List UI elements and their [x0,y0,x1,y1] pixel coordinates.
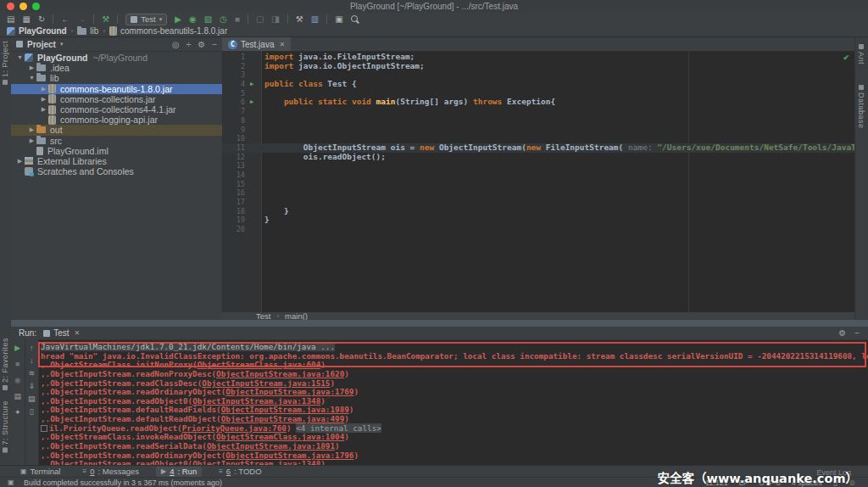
profiler-icon[interactable]: ◷ [220,13,227,25]
stop-process-icon[interactable]: ■ [15,360,19,368]
stack-frame-link[interactable]: ObjectInputStream.java:1796 [225,451,353,460]
soft-wrap-icon[interactable]: ≋ [28,369,35,378]
stack-frame-link[interactable]: ObjectInputStream.java:1348 [192,459,320,465]
tree-item-external-libraries[interactable]: ▶External Libraries [11,156,222,166]
code-line[interactable]: 7 [222,107,854,116]
forward-icon[interactable]: → [77,13,86,25]
print-icon[interactable]: ▤ [28,395,36,403]
run-icon[interactable]: ▶ [175,13,181,25]
stack-frame-link[interactable]: ObjectInputStream.java:1515 [202,378,330,388]
wrench-icon[interactable]: ⚒ [296,13,303,25]
collapse-all-icon[interactable]: ÷ [186,40,192,49]
tree-item--idea[interactable]: ▶.idea [11,63,222,73]
tree-item-commons-logging-api-jar[interactable]: commons-logging-api.jar [11,115,222,125]
code-line[interactable]: 13 [222,161,854,171]
toolwindow-button-database[interactable]: Database [857,85,865,129]
inspections-ok-icon[interactable]: ✔ [843,53,849,62]
tree-item-commons-beanutils-1-8-0-jar[interactable]: ▶commons-beanutils-1.8.0.jar [11,84,222,94]
expand-arrow-icon[interactable]: ▶ [27,125,36,135]
expand-arrow-icon[interactable]: ▶ [15,156,25,166]
code-line[interactable]: 16 [222,188,854,198]
expand-arrow-icon[interactable]: ▶ [39,84,48,94]
expand-arrow-icon[interactable]: ▼ [15,53,25,63]
code-line[interactable]: 14 [222,171,854,180]
code-line[interactable]: 8 [222,116,854,126]
toolwindow-button-run[interactable]: ▶4: Run [156,467,202,477]
toolwindow-button-todo[interactable]: ≡6: TODO [214,467,266,477]
run-gutter-icon[interactable]: ▶ [250,80,253,89]
clear-console-icon[interactable]: ▯ [30,407,34,416]
up-stack-trace-icon[interactable]: ↑ [30,344,34,352]
editor-tab-test-java[interactable]: C Test.java ✕ [222,37,291,51]
attach-profiler-icon[interactable]: ◨ [271,13,279,25]
stack-frame-link[interactable]: ObjectInputStream.java:499 [221,414,345,423]
console-settings-icon[interactable]: ⚙ [838,328,846,338]
code-line[interactable]: 20 [222,225,854,234]
expand-arrow-icon[interactable]: ▶ [27,63,36,73]
breadcrumb-item-playground[interactable]: PlayGround [7,26,67,36]
code-line[interactable]: 9 [222,126,854,135]
stack-frame-link[interactable]: ObjectInputStream.java:1891 [207,441,335,451]
code-line[interactable]: 2import java.io.ObjectInputStream; [222,62,854,71]
hide-run-panel-icon[interactable]: − [854,328,860,338]
back-icon[interactable]: ← [61,13,70,25]
toolwindow-button-ant[interactable]: Ant [857,44,865,64]
toolwindow-button-project[interactable]: 1: Project [1,41,9,85]
scroll-to-end-icon[interactable]: ⇓ [28,382,35,390]
tree-item-lib[interactable]: ▼lib [11,73,222,83]
stack-frame-link[interactable]: ObjectInputStream.java:1348 [192,396,320,406]
stop-icon[interactable]: ■ [235,13,240,25]
search-icon[interactable] [351,13,358,25]
stack-frame-link[interactable]: ObjectInputStream.java:1620 [216,369,344,378]
run-console[interactable]: JavaVirtualMachines/jdk1.7.0_21.jdk/Cont… [38,339,868,465]
tree-item-out[interactable]: ▶out [11,125,222,135]
toolwindow-button-messages[interactable]: ≡0: Messages [77,467,144,477]
run-coverage-icon[interactable]: ▧ [204,13,212,25]
stack-frame-link[interactable]: ObjectInputStream.java:1989 [221,405,349,414]
fold-marker-icon[interactable] [41,425,47,432]
editor-run-splitter[interactable] [11,320,868,327]
tree-item-commons-collections-jar[interactable]: ▶commons-collections.jar [11,94,222,104]
run-tab-test[interactable]: Test ✕ [43,328,80,338]
expand-arrow-icon[interactable]: ▶ [39,94,48,104]
pin-tab-icon[interactable]: ✦ [14,408,21,417]
code-line[interactable]: 4▶public class Test { [222,80,854,89]
project-structure-icon[interactable]: ▥ [311,13,319,25]
breadcrumb-item-commons-beanutils-1-8-0-jar[interactable]: commons-beanutils-1.8.0.jar [109,26,227,36]
debug-icon[interactable]: ◉ [189,13,197,25]
sync-icon[interactable]: ↻ [38,13,45,25]
code-line[interactable]: 12 ois.readObject(); [222,153,854,162]
stack-frame-link[interactable]: ObjectStreamClass.java:1004 [216,432,344,441]
close-tab-icon[interactable]: ✕ [279,41,285,48]
ui-settings-icon[interactable]: ▣ [335,13,342,25]
toolwindow-button-terminal[interactable]: ▣Terminal [15,467,65,477]
code-line[interactable]: 15 [222,180,854,189]
code-line[interactable]: 19} [222,216,854,225]
expand-arrow-icon[interactable]: ▼ [27,73,36,83]
tree-item-src[interactable]: ▶src [11,136,222,146]
rerun-icon[interactable]: ▶ [14,344,20,352]
chevron-down-icon[interactable]: ▾ [60,41,64,48]
code-line[interactable]: 6▶ public static void main(String[] args… [222,98,854,107]
code-line[interactable]: 17 [222,198,854,207]
tree-item-commons-collections4-4-1-jar[interactable]: ▶commons-collections4-4.1.jar [11,104,222,115]
code-lines[interactable]: 1import java.io.FileInputStream;2import … [222,53,854,234]
toolwindow-button-structure[interactable]: 7: Structure [1,400,9,453]
expand-arrow-icon[interactable]: ▶ [27,136,36,146]
tree-item-playground[interactable]: ▼PlayGround~/PlayGround [11,53,222,63]
stack-frame-link[interactable]: PriorityQueue.java:760 [182,423,287,433]
run-configuration-selector[interactable]: Test▾ [125,14,167,25]
close-run-tab-icon[interactable]: ✕ [74,329,80,337]
breadcrumb-item-lib[interactable]: lib [77,26,98,36]
restore-layout-icon[interactable]: ▤ [14,392,21,400]
toolwindow-button-favorites[interactable]: 2: Favorites [1,338,9,390]
code-line[interactable]: 18 } [222,207,854,216]
save-all-icon[interactable]: ▦ [22,13,30,25]
code-viewport[interactable]: 1import java.io.FileInputStream;2import … [222,51,854,312]
tree-item-playground-iml[interactable]: PlayGround.iml [11,146,222,156]
tree-item-scratches-and-consoles[interactable]: Scratches and Consoles [11,166,222,176]
panel-settings-icon[interactable]: ⚙ [198,40,205,49]
open-folder-icon[interactable]: ▤ [7,13,14,25]
down-stack-trace-icon[interactable]: ↓ [30,356,34,365]
attach-debugger-icon[interactable]: ▢ [256,13,264,25]
